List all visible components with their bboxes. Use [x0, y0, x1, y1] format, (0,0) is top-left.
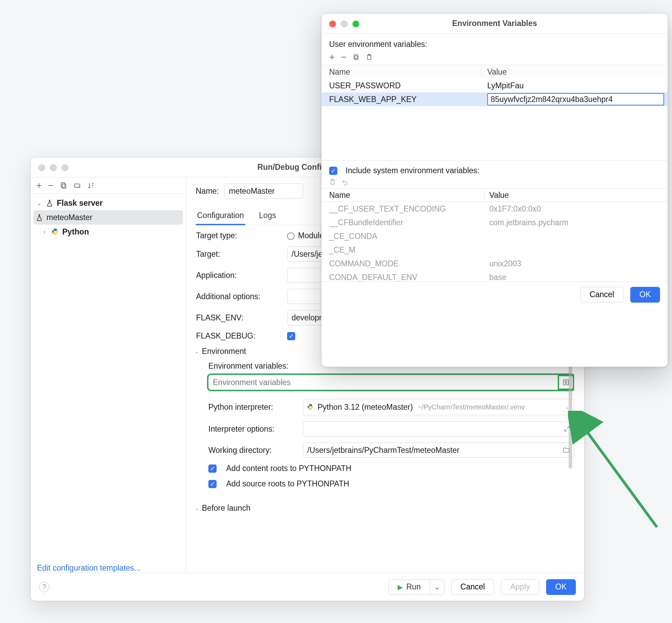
python-interpreter-select[interactable]: Python 3.12 (meteoMaster) ~/PyCharmTest/…	[303, 399, 574, 415]
interpreter-options-label: Interpreter options:	[208, 424, 297, 434]
name-label: Name:	[196, 187, 219, 196]
include-system-label: Include system environment variables:	[346, 166, 479, 175]
cancel-button[interactable]: Cancel	[451, 579, 494, 595]
col-name: Name	[322, 191, 484, 200]
svg-rect-3	[355, 56, 358, 60]
edit-templates-link[interactable]: Edit configuration templates...	[37, 563, 141, 572]
add-var-button[interactable]: +	[329, 52, 335, 62]
config-tree: ⌄ Flask server meteoMaster ›	[31, 194, 186, 239]
python-icon	[51, 228, 59, 236]
help-button[interactable]: ?	[39, 582, 49, 592]
user-vars-label: User environment variables:	[322, 34, 668, 52]
value-edit-cell[interactable]: 85uywfvcfjz2m842qrxu4ba3uehpr4	[487, 93, 664, 105]
copy-sys-button[interactable]	[329, 179, 336, 186]
tree-group-python[interactable]: › Python	[31, 225, 186, 239]
save-as-template-button[interactable]	[74, 182, 81, 189]
target-label: Target:	[196, 250, 282, 259]
working-directory-input[interactable]	[303, 443, 574, 458]
table-row[interactable]: FLASK_WEB_APP_KEY 85uywfvcfjz2m842qrxu4b…	[322, 92, 668, 106]
undo-sys-button[interactable]	[341, 179, 348, 186]
col-value: Value	[484, 191, 668, 200]
copy-var-button[interactable]	[353, 54, 360, 61]
env-window-title: Environment Variables	[452, 19, 537, 28]
user-vars-toolbar: + −	[322, 52, 668, 65]
table-row[interactable]: __CF_USER_TEXT_ENCODING0x1F7:0x0:0x0	[322, 202, 668, 216]
close-icon[interactable]	[38, 164, 45, 171]
flask-debug-checkbox[interactable]	[287, 332, 295, 340]
svg-rect-4	[354, 55, 357, 59]
table-row[interactable]: __CFBundleIdentifiercom.jetbrains.pychar…	[322, 216, 668, 229]
apply-button[interactable]: Apply	[501, 579, 539, 595]
run-button-group: ▶ Run ⌄	[388, 579, 444, 595]
minimize-icon[interactable]	[341, 21, 348, 27]
name-input[interactable]	[224, 183, 303, 199]
system-vars-toolbar	[322, 179, 668, 188]
add-source-roots-label: Add source roots to PYTHONPATH	[226, 479, 349, 488]
tree-label: meteoMaster	[47, 213, 92, 222]
col-name: Name	[322, 67, 482, 77]
table-row[interactable]: USER_PASSWORD LyMpitFau	[322, 79, 668, 92]
traffic-lights	[38, 164, 68, 171]
add-content-roots-label: Add content roots to PYTHONPATH	[226, 464, 351, 473]
run-button[interactable]: ▶ Run	[388, 579, 430, 595]
fullscreen-icon[interactable]	[352, 21, 359, 27]
tab-logs[interactable]: Logs	[258, 207, 277, 225]
minimize-icon[interactable]	[50, 164, 57, 171]
sidebar-toolbar: + −	[31, 177, 186, 194]
table-row[interactable]: _CE_CONDA	[322, 229, 668, 243]
interpreter-path: ~/PyCharmTest/meteoMaster/.venv	[418, 403, 525, 411]
user-vars-table: Name Value USER_PASSWORD LyMpitFau FLASK…	[322, 65, 668, 161]
run-dropdown-button[interactable]: ⌄	[430, 579, 444, 595]
tree-item-meteomaster[interactable]: meteoMaster	[34, 210, 183, 225]
table-row[interactable]: CONDA_DEFAULT_ENVbase	[322, 270, 668, 281]
flask-env-label: FLASK_ENV:	[196, 313, 282, 322]
svg-rect-0	[62, 184, 66, 188]
before-launch-section-header[interactable]: ⌄ Before launch	[196, 504, 574, 513]
tab-configuration[interactable]: Configuration	[196, 207, 245, 225]
interpreter-name: Python 3.12 (meteoMaster)	[318, 403, 413, 412]
include-system-row: Include system environment variables:	[322, 161, 668, 179]
include-system-checkbox[interactable]	[329, 167, 337, 175]
table-row[interactable]: _CE_M	[322, 243, 668, 257]
env-ok-button[interactable]: OK	[630, 287, 660, 303]
add-config-button[interactable]: +	[36, 181, 42, 190]
tree-label: Flask server	[57, 199, 103, 208]
svg-rect-1	[61, 182, 65, 187]
configurations-sidebar: + − ⌄ Flask server	[31, 177, 186, 573]
python-icon	[307, 403, 314, 411]
sort-button[interactable]	[87, 182, 95, 189]
env-dialog-footer: Cancel OK	[322, 281, 668, 307]
application-label: Application:	[196, 271, 282, 280]
table-row[interactable]: COMMAND_MODEunix2003	[322, 257, 668, 270]
system-vars-table: __CF_USER_TEXT_ENCODING0x1F7:0x0:0x0 __C…	[322, 202, 668, 281]
environment-variables-dialog: Environment Variables User environment v…	[321, 13, 668, 367]
env-variables-input[interactable]	[208, 375, 558, 390]
paste-var-button[interactable]	[366, 54, 373, 61]
add-source-roots-checkbox[interactable]	[208, 480, 217, 488]
dialog-footer: ? ▶ Run ⌄ Cancel Apply OK	[31, 573, 584, 601]
copy-config-button[interactable]	[60, 182, 67, 189]
env-variables-field	[208, 375, 574, 390]
add-content-roots-checkbox[interactable]	[208, 465, 217, 473]
col-value: Value	[482, 67, 668, 77]
env-cancel-button[interactable]: Cancel	[580, 287, 623, 303]
additional-options-label: Additional options:	[196, 292, 282, 301]
table-header: Name Value	[322, 65, 668, 79]
flask-icon	[36, 214, 43, 221]
tree-label: Python	[62, 227, 89, 237]
flask-icon	[46, 199, 53, 207]
svg-line-9	[582, 424, 657, 527]
remove-config-button[interactable]: −	[48, 181, 53, 190]
target-type-label: Target type:	[196, 231, 282, 240]
interpreter-options-input[interactable]	[303, 421, 574, 436]
play-icon: ▶	[398, 583, 403, 591]
remove-var-button[interactable]: −	[341, 52, 346, 62]
working-directory-label: Working directory:	[208, 446, 297, 455]
tree-group-flask-server[interactable]: ⌄ Flask server	[31, 196, 186, 210]
ok-button[interactable]: OK	[546, 579, 576, 595]
traffic-lights	[329, 21, 359, 27]
scrollbar[interactable]	[569, 352, 572, 469]
close-icon[interactable]	[329, 21, 336, 27]
python-interpreter-label: Python interpreter:	[208, 403, 297, 412]
fullscreen-icon[interactable]	[62, 164, 68, 171]
